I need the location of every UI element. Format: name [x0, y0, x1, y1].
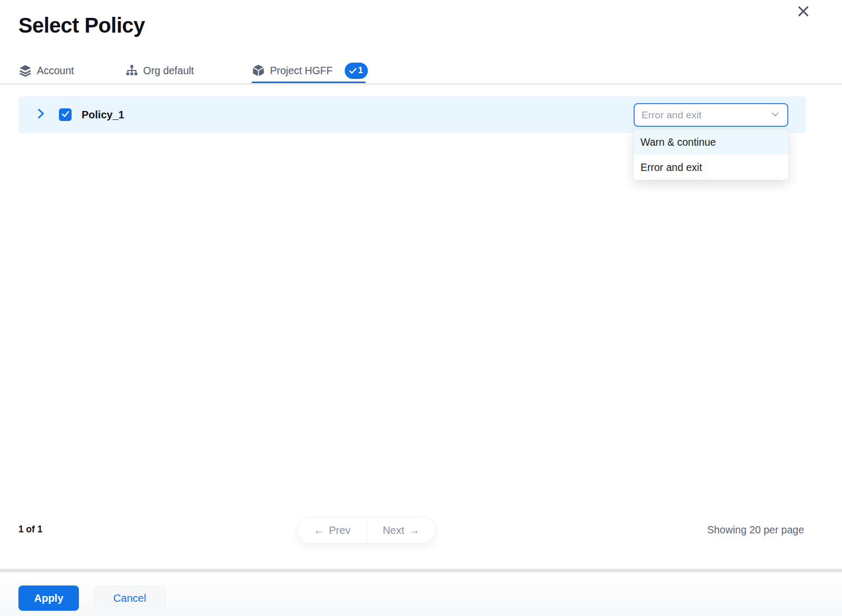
close-button[interactable]: [795, 4, 811, 21]
chevron-down-icon: [769, 108, 781, 122]
prev-label: Prev: [329, 524, 350, 537]
select-value: Error and exit: [641, 109, 701, 121]
badge-count: 1: [358, 65, 363, 76]
apply-button[interactable]: Apply: [18, 585, 79, 611]
next-label: Next: [383, 524, 404, 537]
page-title: Select Policy: [18, 14, 145, 37]
arrow-right-icon: →: [409, 524, 419, 537]
org-chart-icon: [125, 64, 138, 77]
cube-icon: [252, 64, 265, 77]
tab-org-default[interactable]: Org default: [125, 60, 194, 81]
action-dropdown-menu: Warn & continue Error and exit: [634, 129, 788, 180]
layers-icon: [18, 64, 32, 77]
close-icon: [796, 4, 810, 21]
select-policy-modal: Select Policy Account: [0, 0, 842, 616]
tab-label: Org default: [143, 65, 194, 77]
dropdown-option-error-exit[interactable]: Error and exit: [634, 155, 788, 180]
cancel-button[interactable]: Cancel: [94, 585, 166, 611]
tabbar-divider: [0, 83, 842, 85]
page-status: 1 of 1: [18, 524, 43, 535]
pager: ← Prev Next →: [297, 517, 436, 543]
tab-label: Project HGFF: [270, 65, 333, 77]
tab-project-hgff[interactable]: Project HGFF 1: [252, 60, 368, 81]
dropdown-option-warn-continue[interactable]: Warn & continue: [634, 129, 788, 155]
arrow-left-icon: ←: [314, 524, 324, 537]
action-select[interactable]: Error and exit: [634, 103, 788, 127]
tab-label: Account: [37, 65, 74, 77]
check-icon: [61, 109, 70, 120]
footer: Apply Cancel: [0, 572, 842, 616]
tab-account[interactable]: Account: [18, 60, 74, 81]
policy-checkbox[interactable]: [59, 108, 72, 121]
chevron-right-icon: [34, 107, 47, 123]
expand-row-button[interactable]: [33, 107, 48, 122]
check-icon: [348, 66, 357, 75]
policy-name: Policy_1: [82, 96, 124, 133]
selected-count-badge: 1: [345, 63, 367, 79]
per-page-status: Showing 20 per page: [707, 524, 804, 536]
next-button[interactable]: Next →: [366, 518, 435, 543]
footer-divider: [0, 569, 842, 572]
prev-button[interactable]: ← Prev: [298, 518, 366, 543]
